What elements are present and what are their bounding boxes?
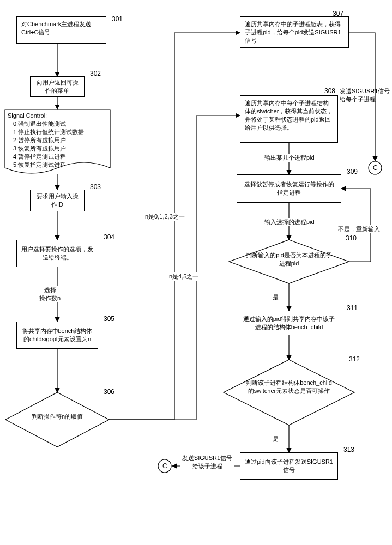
step-303-num: 303 <box>90 183 101 191</box>
step-304: 用户选择要操作的选项，发送给终端。 <box>16 240 98 267</box>
step-313-text: 通过pid向该子进程发送SIGUSR1信号 <box>245 458 333 474</box>
edge-out-pid: 输出某几个进程pid <box>264 154 315 162</box>
step-308-num: 308 <box>324 87 335 95</box>
step-309: 选择欲暂停或者恢复运行等操作的指定进程 <box>237 174 341 203</box>
step-303-text: 要求用户输入操作ID <box>35 192 80 209</box>
step-301: 对Cbenchmark主进程发送Ctrl+C信号 <box>16 16 106 44</box>
step-301-num: 301 <box>112 15 123 23</box>
step-306-num: 306 <box>104 388 114 396</box>
step-301-text: 对Cbenchmark主进程发送Ctrl+C信号 <box>21 21 91 35</box>
menu-content: Signal Control: 0:强制退出性能测试 1:停止执行但统计测试数据… <box>8 112 106 169</box>
menu-line-5: 5:恢复指定测试进程 <box>8 161 106 169</box>
step-312-num: 312 <box>349 355 360 363</box>
edge-input-pid: 输入选择的进程pid <box>264 218 315 226</box>
step-307: 遍历共享内存中的子进程链表，获得子进程pid，给每个pid发送SIGUSR1信号 <box>240 16 349 48</box>
step-302: 向用户返回可操作的菜单 <box>30 76 85 97</box>
step-310-text: 判断输入的pid是否为本进程的子进程pid <box>245 251 333 268</box>
step-305: 将共享内存中bench结构体的childsigopt元素设置为n <box>16 322 98 349</box>
connector-c-right: C <box>373 164 378 172</box>
step-307-num: 307 <box>333 10 343 17</box>
edge-no-reenter: 不是，重新输入 <box>338 225 380 233</box>
menu-line-3: 3:恢复所有虚拟用户 <box>8 144 106 153</box>
edge-n0123: n是0,1,2,3之一 <box>145 213 185 221</box>
step-309-num: 309 <box>347 168 358 175</box>
edge-yes-2: 是 <box>273 435 279 443</box>
step-311-text: 通过输入的pid得到共享内存中该子进程的结构体bench_child <box>242 315 336 331</box>
menu-line-4: 4:暂停指定测试进程 <box>8 153 106 161</box>
step-308: 遍历共享内存中每个子进程结构体的siwtcher，获得其当前状态，并将处于某种状… <box>240 95 338 143</box>
step-303: 要求用户输入操作ID <box>30 190 85 211</box>
step-304-text: 用户选择要操作的选项，发送给终端。 <box>21 245 93 262</box>
step-305-num: 305 <box>104 315 114 323</box>
step-308-text: 遍历共享内存中每个子进程结构体的siwtcher，获得其当前状态，并将处于某种状… <box>245 100 333 131</box>
flowchart-canvas: 对Cbenchmark主进程发送Ctrl+C信号 301 向用户返回可操作的菜单… <box>0 0 392 545</box>
step-307-text: 遍历共享内存中的子进程链表，获得子进程pid，给每个pid发送SIGUSR1信号 <box>245 21 341 44</box>
edge-yes-1: 是 <box>273 293 279 301</box>
menu-line-2: 2:暂停所有虚拟用户 <box>8 136 106 144</box>
step-304-num: 304 <box>104 233 114 241</box>
edge-send-child: 发送SIGUSR1信号给该子进程 <box>180 454 234 470</box>
step-305-text: 将共享内存中bench结构体的childsigopt元素设置为n <box>21 327 93 343</box>
menu-line-1: 1:停止执行但统计测试数据 <box>8 128 106 136</box>
step-309-text: 选择欲暂停或者恢复运行等操作的指定进程 <box>242 180 336 197</box>
step-310-num: 310 <box>346 234 357 242</box>
menu-line-0: 0:强制退出性能测试 <box>8 120 106 128</box>
step-306-text: 判断操作符n的取值 <box>22 413 93 421</box>
step-312-text: 判断该子进程结构体bench_child的switcher元素状态是否可操作 <box>245 379 333 395</box>
step-311: 通过输入的pid得到共享内存中该子进程的结构体bench_child <box>237 311 341 335</box>
edge-n45: n是4,5之一 <box>169 272 198 281</box>
step-313-num: 313 <box>343 446 354 453</box>
edge-select-n: 选择 操作数n <box>39 286 61 302</box>
step-302-num: 302 <box>90 70 101 77</box>
menu-title: Signal Control: <box>8 112 106 119</box>
step-313: 通过pid向该子进程发送SIGUSR1信号 <box>240 452 338 480</box>
step-302-text: 向用户返回可操作的菜单 <box>35 78 80 95</box>
connector-c-bottom: C <box>162 462 167 470</box>
step-308-side: 发送SIGUSR1信号给每个子进程 <box>340 87 392 104</box>
step-311-num: 311 <box>347 304 358 312</box>
